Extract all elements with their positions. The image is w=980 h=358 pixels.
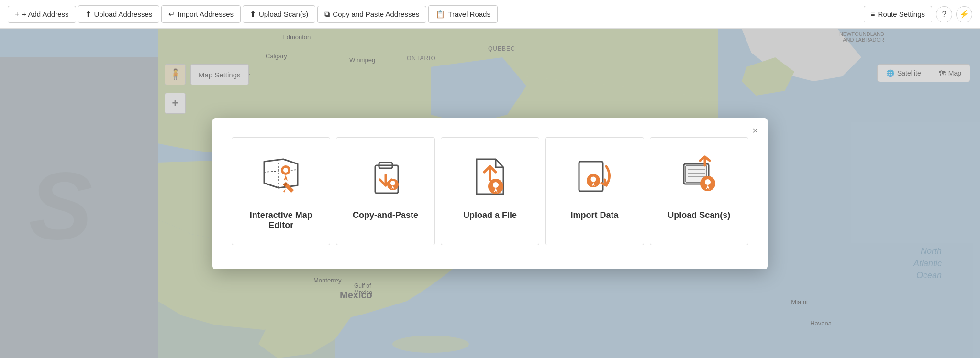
toolbar-right: ≡ Route Settings ? ⚡ <box>864 6 972 22</box>
travel-roads-button[interactable]: 📋 Travel Roads <box>428 5 498 23</box>
import-data-icon <box>570 152 618 200</box>
help-icon: ? <box>942 10 947 19</box>
route-settings-label: Route Settings <box>878 10 925 18</box>
import-icon: ↵ <box>168 10 175 19</box>
option-interactive-map-editor[interactable]: Interactive Map Editor <box>232 137 330 245</box>
upload-scans-icon <box>675 152 723 200</box>
add-address-button[interactable]: + + Add Address <box>8 6 76 23</box>
upload-file-icon <box>466 152 514 200</box>
option-label-copy-paste: Copy-and-Paste <box>353 210 418 220</box>
option-upload-file[interactable]: Upload a File <box>441 137 539 245</box>
close-icon: × <box>752 125 758 136</box>
upload-scans-button[interactable]: ⬆ Upload Scan(s) <box>243 5 315 23</box>
svg-point-20 <box>591 176 596 182</box>
scan-upload-icon: ⬆ <box>250 10 256 19</box>
modal-backdrop[interactable]: × <box>0 29 980 358</box>
add-address-label: + Add Address <box>22 10 68 18</box>
lightning-button[interactable]: ⚡ <box>956 6 972 22</box>
option-label-map-editor: Interactive Map Editor <box>242 210 320 230</box>
lightning-icon: ⚡ <box>959 10 969 19</box>
option-label-upload-file: Upload a File <box>463 210 517 220</box>
svg-line-6 <box>264 170 298 172</box>
upload-scans-label: Upload Scan(s) <box>259 10 308 18</box>
help-button[interactable]: ? <box>936 6 952 22</box>
copy-paste-icon <box>362 152 410 200</box>
copy-paste-button[interactable]: ⧉ Copy and Paste Addresses <box>317 6 426 23</box>
option-copy-paste[interactable]: Copy-and-Paste <box>336 137 434 245</box>
upload-icon: ⬆ <box>85 10 91 19</box>
travel-roads-label: Travel Roads <box>448 10 490 18</box>
route-settings-button[interactable]: ≡ Route Settings <box>864 6 932 22</box>
modal-dialog: × <box>212 118 768 269</box>
options-grid: Interactive Map Editor <box>232 137 748 245</box>
upload-addresses-button[interactable]: ⬆ Upload Addresses <box>78 5 160 23</box>
svg-point-27 <box>705 179 711 185</box>
road-icon: 📋 <box>435 10 445 19</box>
import-addresses-label: Import Addresses <box>178 10 234 18</box>
sliders-icon: ≡ <box>871 10 875 18</box>
copy-paste-label: Copy and Paste Addresses <box>333 10 419 18</box>
option-import-data[interactable]: Import Data <box>545 137 644 245</box>
copy-icon: ⧉ <box>324 10 330 19</box>
svg-point-8 <box>283 168 288 173</box>
svg-point-17 <box>493 182 499 188</box>
map-editor-icon <box>257 152 305 200</box>
svg-marker-10 <box>283 189 286 193</box>
option-upload-scans[interactable]: Upload Scan(s) <box>650 137 748 245</box>
svg-point-15 <box>390 181 395 185</box>
add-icon: + <box>15 10 19 19</box>
option-label-import-data: Import Data <box>570 210 618 220</box>
modal-close-button[interactable]: × <box>752 126 758 135</box>
toolbar: + + Add Address ⬆ Upload Addresses ↵ Imp… <box>0 0 980 29</box>
import-addresses-button[interactable]: ↵ Import Addresses <box>161 5 241 23</box>
upload-addresses-label: Upload Addresses <box>94 10 153 18</box>
option-label-upload-scans: Upload Scan(s) <box>668 210 730 220</box>
